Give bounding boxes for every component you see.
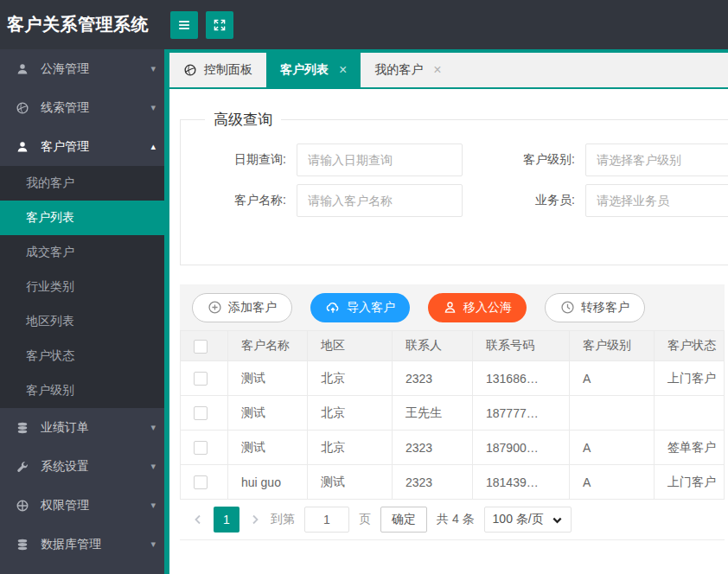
- table-cell: [570, 396, 655, 430]
- table-cell: 181439…: [473, 465, 570, 500]
- close-icon[interactable]: ×: [339, 62, 347, 78]
- column-header: 联系人: [393, 331, 473, 361]
- row-checkbox[interactable]: [194, 441, 208, 455]
- table-cell: 2323: [393, 361, 473, 396]
- main-area: 控制面板客户列表×我的客户× 高级查询 日期查询:客户级别:客户名称:业务员: …: [169, 49, 728, 574]
- table-cell: 签单客户: [655, 430, 725, 465]
- collapse-menu-button[interactable]: [170, 11, 198, 39]
- column-header: 客户状态: [655, 331, 725, 361]
- sidebar-subitem-label: 客户级别: [26, 383, 74, 399]
- toolbar-button[interactable]: 移入公海: [428, 293, 527, 322]
- sidebar-subitem[interactable]: 客户级别: [0, 373, 169, 408]
- sidebar-item[interactable]: 客户管理▴: [0, 127, 169, 166]
- sidebar-item[interactable]: 业绩订单▾: [0, 408, 169, 447]
- app-title: 客户关系管理系统: [0, 13, 163, 36]
- query-field-input[interactable]: [585, 144, 728, 176]
- database-icon: [16, 538, 33, 552]
- table-row: hui guo测试2323181439…A上门客户: [181, 465, 725, 500]
- sidebar-item[interactable]: 线索管理▾: [0, 88, 169, 127]
- sidebar-subitem-label: 我的客户: [26, 175, 74, 191]
- fullscreen-button[interactable]: [206, 11, 233, 39]
- tab-label: 控制面板: [204, 62, 252, 78]
- table-row: 测试北京2323187900…A签单客户: [181, 430, 725, 465]
- chevron-down-icon: ▾: [150, 539, 156, 550]
- page-number-button[interactable]: 1: [214, 507, 239, 533]
- table-row: 测试北京2323131686…A上门客户: [181, 361, 725, 396]
- sidebar-subitem-label: 成交客户: [26, 245, 74, 260]
- table-cell: 测试: [308, 465, 393, 500]
- sidebar-subitem[interactable]: 我的客户: [0, 166, 169, 201]
- toolbar-button-label: 导入客户: [347, 300, 395, 316]
- table-cell: 上门客户: [655, 361, 725, 396]
- sidebar-item-label: 业绩订单: [41, 420, 150, 436]
- row-checkbox-cell: [181, 465, 228, 500]
- total-count-label: 共 4 条: [437, 512, 475, 527]
- sidebar-subitem[interactable]: 客户列表: [0, 201, 169, 235]
- close-icon[interactable]: ×: [433, 62, 441, 78]
- user-icon: [16, 140, 33, 154]
- prev-page-icon[interactable]: [192, 513, 204, 526]
- tab[interactable]: 控制面板: [169, 53, 266, 87]
- page-unit-label: 页: [359, 512, 371, 527]
- table-header-row: 客户名称地区联系人联系号码客户级别客户状态: [181, 331, 725, 361]
- toolbar-button-label: 移入公海: [463, 300, 512, 316]
- page-size-select[interactable]: 100 条/页: [484, 507, 572, 533]
- tab[interactable]: 我的客户×: [361, 53, 455, 87]
- sidebar: 公海管理▾线索管理▾客户管理▴我的客户客户列表成交客户行业类别地区列表客户状态客…: [0, 49, 169, 574]
- sidebar-subitem-label: 行业类别: [26, 279, 74, 295]
- query-field-input[interactable]: [297, 184, 463, 217]
- table-cell: 北京: [308, 361, 393, 396]
- row-checkbox[interactable]: [194, 475, 208, 489]
- chevron-down-icon: ▾: [150, 422, 156, 433]
- sidebar-item[interactable]: 数据库管理▾: [0, 525, 169, 564]
- sidebar-subitem[interactable]: 成交客户: [0, 235, 169, 270]
- sidebar-accent-gutter: [164, 49, 169, 574]
- chevron-down-icon: ▾: [150, 102, 156, 113]
- cloud-upload-icon: [325, 300, 341, 316]
- confirm-button[interactable]: 确定: [380, 507, 427, 533]
- table-cell: 2323: [393, 430, 473, 465]
- query-form: 日期查询:客户级别:客户名称:业务员:: [191, 144, 728, 217]
- sidebar-submenu: 我的客户客户列表成交客户行业类别地区列表客户状态客户级别: [0, 166, 169, 408]
- row-checkbox-cell: [181, 430, 228, 465]
- globe-icon: [16, 101, 33, 115]
- column-header: 客户名称: [228, 331, 308, 361]
- sidebar-item[interactable]: 公海管理▾: [0, 49, 169, 88]
- row-checkbox-cell: [181, 361, 228, 396]
- table-cell: 187777…: [473, 396, 570, 430]
- query-field-input[interactable]: [585, 184, 728, 217]
- query-field-input[interactable]: [297, 144, 463, 176]
- globe-icon: [183, 63, 197, 77]
- advanced-query-legend: 高级查询: [205, 110, 281, 130]
- sidebar-subitem[interactable]: 客户状态: [0, 339, 169, 373]
- sidebar-item-label: 数据库管理: [41, 537, 150, 552]
- table-cell: hui guo: [228, 465, 308, 500]
- table-row: 测试北京王先生187777…: [181, 396, 725, 430]
- toolbar-button[interactable]: 导入客户: [310, 293, 410, 322]
- table-toolbar: 添加客户导入客户移入公海转移客户: [180, 284, 725, 330]
- toolbar-button[interactable]: 转移客户: [545, 293, 645, 322]
- field-label: 客户级别:: [463, 152, 585, 168]
- chevron-down-icon: ▾: [150, 500, 156, 511]
- sidebar-subitem[interactable]: 行业类别: [0, 270, 169, 304]
- goto-page-input[interactable]: [304, 507, 349, 533]
- next-page-icon[interactable]: [249, 513, 261, 526]
- sidebar-item[interactable]: 权限管理▾: [0, 486, 169, 525]
- field-label: 客户名称:: [191, 193, 297, 208]
- select-all-checkbox[interactable]: [194, 340, 208, 354]
- table-cell: 测试: [228, 430, 308, 465]
- table-cell: 北京: [308, 430, 393, 465]
- sidebar-item[interactable]: 系统设置▾: [0, 447, 169, 486]
- row-checkbox[interactable]: [194, 406, 208, 420]
- tab[interactable]: 客户列表×: [266, 53, 361, 87]
- toolbar-button[interactable]: 添加客户: [192, 293, 292, 322]
- row-checkbox[interactable]: [194, 372, 208, 386]
- plus-circle-icon: [208, 300, 222, 315]
- table-cell: A: [570, 465, 655, 500]
- sidebar-menu: 公海管理▾线索管理▾客户管理▴我的客户客户列表成交客户行业类别地区列表客户状态客…: [0, 49, 169, 564]
- sidebar-item-label: 系统设置: [41, 459, 150, 475]
- toolbar-button-label: 转移客户: [581, 300, 629, 316]
- sidebar-subitem[interactable]: 地区列表: [0, 304, 169, 339]
- sidebar-subitem-label: 客户列表: [26, 210, 74, 226]
- table-cell: A: [570, 361, 655, 396]
